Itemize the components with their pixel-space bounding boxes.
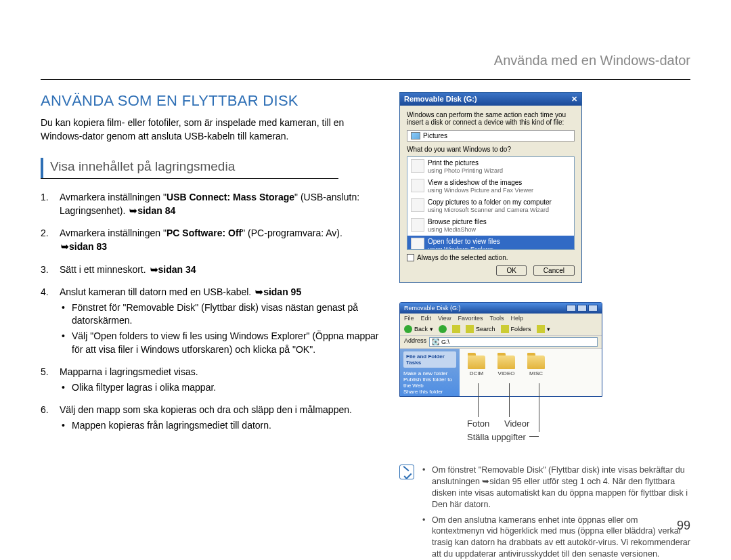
callout-line — [478, 383, 479, 417]
subheading-wrap: Visa innehållet på lagringsmedia — [41, 158, 338, 179]
minimize-icon[interactable] — [567, 305, 576, 311]
callout-line — [539, 383, 539, 432]
dialog-filetype: Pictures — [407, 130, 575, 142]
maximize-icon[interactable] — [577, 305, 587, 311]
folder-icon — [497, 356, 515, 369]
step-text: Välj den mapp som ska kopieras och dra o… — [60, 404, 352, 415]
lead-paragraph: Du kan kopiera film- eller fotofiler, so… — [41, 116, 379, 143]
divider — [41, 79, 690, 80]
cancel-button[interactable]: Cancel — [533, 265, 575, 276]
folder-dcim[interactable]: DCIM — [468, 356, 485, 396]
callout-foton: Foton — [467, 418, 489, 429]
callout-videor: Videor — [504, 418, 529, 429]
step-5-bullets: Olika filtyper lagras i olika mappar. — [60, 381, 379, 395]
picture-icon — [411, 132, 420, 139]
bullet: Fönstret för "Removable Disk" (Flyttbar … — [60, 301, 379, 328]
step-text: Avmarkera inställningen "USB Connect: Ma… — [60, 192, 359, 216]
address-label: Address — [404, 337, 426, 347]
explorer-titlebar: Removable Disk (G:) — [400, 303, 602, 314]
note-icon — [399, 465, 414, 479]
checkbox[interactable] — [407, 254, 414, 261]
views-icon — [537, 325, 545, 333]
action-item[interactable]: Copy pictures to a folder on my computer… — [407, 196, 574, 216]
note-item: Om den anslutna kamerans enhet inte öppn… — [421, 515, 690, 561]
menu-item[interactable]: Favorites — [458, 315, 483, 322]
step-4-bullets: Fönstret för "Removable Disk" (Flyttbar … — [60, 301, 379, 356]
folder-misc[interactable]: MISC — [527, 356, 545, 396]
menu-item[interactable]: Tools — [489, 315, 504, 322]
step-5: 5. Mapparna i lagringsmediet visas. Olik… — [41, 366, 379, 394]
folder-icon — [527, 356, 545, 369]
note-list: Om fönstret "Removable Disk" (Flyttbar d… — [421, 465, 690, 560]
folder-icon — [468, 356, 485, 369]
explorer-title-text: Removable Disk (G:) — [404, 305, 461, 311]
always-label: Always do the selected action. — [417, 254, 508, 261]
step-6: 6. Välj den mapp som ska kopieras och dr… — [41, 404, 379, 432]
close-icon[interactable]: ✕ — [571, 95, 577, 104]
menu-item[interactable]: Edit — [421, 315, 432, 322]
section-header: Använda med en Windows-dator — [494, 53, 690, 68]
step-text: Sätt i ett minneskort. ➥sidan 34 — [60, 264, 198, 275]
bullet: Mappen kopieras från lagringsmediet till… — [60, 419, 379, 433]
search-icon — [466, 325, 474, 333]
steps-list: 1. Avmarkera inställningen "USB Connect:… — [41, 191, 379, 432]
up-button[interactable] — [452, 325, 460, 333]
dialog-title-text: Removable Disk (G:) — [404, 95, 477, 104]
explorer-sidebar: File and Folder Tasks Make a new folder … — [400, 349, 460, 396]
dialog-buttons: OK Cancel — [407, 265, 575, 276]
bullet: Olika filtyper lagras i olika mappar. — [60, 381, 379, 395]
callout-line — [529, 436, 539, 437]
step-number: 4. — [41, 286, 49, 299]
step-number: 2. — [41, 227, 49, 240]
close-icon[interactable] — [588, 305, 598, 311]
pictures-label: Pictures — [423, 132, 447, 139]
camera-icon — [411, 198, 424, 212]
back-button[interactable]: Back ▾ — [404, 325, 433, 333]
folder-open-icon — [411, 238, 424, 250]
slideshow-icon — [411, 179, 424, 192]
always-checkbox-row[interactable]: Always do the selected action. — [407, 254, 575, 261]
action-list[interactable]: Print the picturesusing Photo Printing W… — [407, 156, 575, 250]
step-6-bullets: Mappen kopieras från lagringsmediet till… — [60, 419, 379, 433]
subheading: Visa innehållet på lagringsmedia — [50, 158, 235, 178]
step-text: Avmarkera inställningen "PC Software: Of… — [60, 228, 342, 252]
step-1: 1. Avmarkera inställningen "USB Connect:… — [41, 191, 379, 217]
folders-icon — [501, 325, 509, 333]
address-input[interactable]: 💽 G:\ — [429, 337, 598, 347]
browse-icon — [411, 218, 424, 232]
folders-button[interactable]: Folders — [501, 325, 531, 333]
step-number: 1. — [41, 191, 49, 204]
step-3: 3. Sätt i ett minneskort. ➥sidan 34 — [41, 263, 379, 277]
printer-icon — [411, 159, 424, 173]
page: Använda med en Windows-dator ANVÄNDA SOM… — [0, 0, 731, 560]
forward-button[interactable] — [439, 325, 447, 333]
step-text: Anslut kameran till datorn med en USB-ka… — [60, 286, 303, 297]
dialog-titlebar: Removable Disk (G:) ✕ — [400, 93, 581, 106]
action-item[interactable]: Print the picturesusing Photo Printing W… — [407, 157, 574, 177]
ok-button[interactable]: OK — [496, 265, 526, 276]
callouts: Foton Videor Ställa uppgifter — [399, 404, 602, 444]
dialog-question: What do you want Windows to do? — [407, 146, 575, 153]
action-item-selected[interactable]: Open folder to view filesusing Windows E… — [407, 236, 574, 250]
callout-uppgifter: Ställa uppgifter — [467, 432, 526, 442]
action-item[interactable]: Browse picture filesusing MediaShow — [407, 216, 574, 236]
step-number: 5. — [41, 366, 49, 379]
dialog-body: Windows can perform the same action each… — [400, 106, 581, 282]
autoplay-dialog: Removable Disk (G:) ✕ Windows can perfor… — [399, 92, 582, 283]
menu-item[interactable]: File — [404, 315, 414, 322]
page-number: 99 — [677, 519, 690, 533]
explorer-window: Removable Disk (G:) File Edit View Favor… — [399, 302, 602, 397]
menu-item[interactable]: View — [438, 315, 451, 322]
back-icon — [404, 325, 412, 333]
action-item[interactable]: View a slideshow of the imagesusing Wind… — [407, 177, 574, 196]
explorer-address-bar: Address 💽 G:\ — [400, 336, 602, 349]
explorer-body: File and Folder Tasks Make a new folder … — [400, 349, 602, 396]
folder-video[interactable]: VIDEO — [497, 356, 515, 396]
views-button[interactable]: ▾ — [537, 325, 550, 333]
search-button[interactable]: Search — [466, 325, 495, 333]
subheading-bar — [41, 158, 43, 178]
right-column: Removable Disk (G:) ✕ Windows can perfor… — [399, 92, 690, 560]
step-text: Mapparna i lagringsmediet visas. — [60, 366, 198, 377]
menu-item[interactable]: Help — [510, 315, 523, 322]
callout-line — [509, 383, 510, 417]
